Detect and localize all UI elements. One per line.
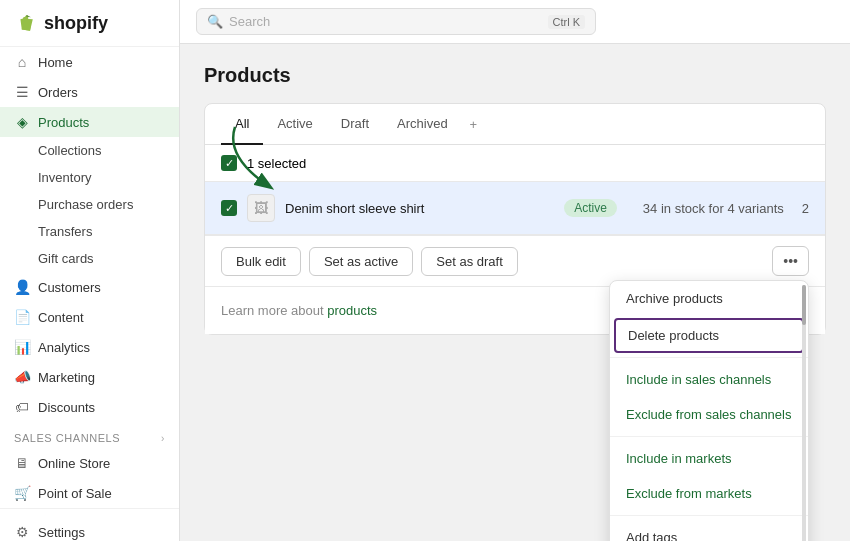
dropdown-divider-1	[610, 357, 808, 358]
dropdown-item-exclude-channels[interactable]: Exclude from sales channels	[610, 397, 808, 432]
sidebar-item-marketing[interactable]: 📣 Marketing	[0, 362, 179, 392]
dropdown-item-delete[interactable]: Delete products	[614, 318, 804, 353]
bulk-edit-button[interactable]: Bulk edit	[221, 247, 301, 276]
dropdown-item-archive[interactable]: Archive products	[610, 281, 808, 316]
dropdown-scroll-thumb	[802, 285, 806, 325]
sidebar-item-inventory[interactable]: Inventory	[0, 164, 179, 191]
dropdown-item-include-markets[interactable]: Include in markets	[610, 441, 808, 476]
product-image-icon: 🖼	[254, 200, 268, 216]
sidebar-logo: shopify	[0, 0, 179, 47]
sidebar-item-customers[interactable]: 👤 Customers	[0, 272, 179, 302]
sidebar-item-home-label: Home	[38, 55, 73, 70]
dropdown-scrollbar[interactable]	[802, 285, 806, 541]
sidebar-item-collections-label: Collections	[38, 143, 102, 158]
dropdown-divider-2	[610, 436, 808, 437]
action-toolbar: Bulk edit Set as active Set as draft •••…	[205, 235, 825, 286]
content-icon: 📄	[14, 309, 30, 325]
product-checkbox[interactable]: ✓	[221, 200, 237, 216]
sidebar-item-purchase-orders-label: Purchase orders	[38, 197, 133, 212]
sidebar: shopify ⌂ Home ☰ Orders ◈ Products Colle…	[0, 0, 180, 541]
tabs-bar: All Active Draft Archived +	[205, 104, 825, 145]
dropdown-menu: Archive products Delete products Include…	[609, 280, 809, 541]
sidebar-item-analytics[interactable]: 📊 Analytics	[0, 332, 179, 362]
more-actions-button[interactable]: •••	[772, 246, 809, 276]
sidebar-item-discounts[interactable]: 🏷 Discounts	[0, 392, 179, 422]
analytics-icon: 📊	[14, 339, 30, 355]
sidebar-item-point-of-sale[interactable]: 🛒 Point of Sale	[0, 478, 179, 508]
online-store-icon: 🖥	[14, 455, 30, 471]
search-placeholder: Search	[229, 14, 270, 29]
more-actions-wrapper: ••• Archive products Delete products Inc…	[772, 246, 809, 276]
pos-icon: 🛒	[14, 485, 30, 501]
set-as-draft-button[interactable]: Set as draft	[421, 247, 517, 276]
discounts-icon: 🏷	[14, 399, 30, 415]
sidebar-item-products-label: Products	[38, 115, 89, 130]
product-stock-info: 34 in stock for 4 variants	[643, 201, 784, 216]
home-icon: ⌂	[14, 54, 30, 70]
dropdown-item-exclude-markets[interactable]: Exclude from markets	[610, 476, 808, 511]
sidebar-item-orders[interactable]: ☰ Orders	[0, 77, 179, 107]
tab-archived[interactable]: Archived	[383, 104, 462, 145]
sidebar-item-discounts-label: Discounts	[38, 400, 95, 415]
dropdown-item-add-tags[interactable]: Add tags	[610, 520, 808, 541]
set-as-active-button[interactable]: Set as active	[309, 247, 413, 276]
shopify-logo-icon	[14, 12, 36, 34]
tab-all[interactable]: All	[221, 104, 263, 145]
sidebar-item-online-store[interactable]: 🖥 Online Store	[0, 448, 179, 478]
sales-channels-chevron-icon: ›	[161, 433, 165, 444]
sidebar-item-inventory-label: Inventory	[38, 170, 91, 185]
sidebar-item-transfers[interactable]: Transfers	[0, 218, 179, 245]
sidebar-item-analytics-label: Analytics	[38, 340, 90, 355]
sidebar-item-online-store-label: Online Store	[38, 456, 110, 471]
sidebar-item-customers-label: Customers	[38, 280, 101, 295]
sidebar-item-content-label: Content	[38, 310, 84, 325]
product-row: ✓ 🖼 Denim short sleeve shirt Active 34 i…	[205, 182, 825, 235]
sales-channels-section: Sales channels ›	[0, 422, 179, 448]
dropdown-divider-3	[610, 515, 808, 516]
sidebar-item-transfers-label: Transfers	[38, 224, 92, 239]
content-area: Products All Active Draft Archived +	[180, 44, 850, 541]
product-status-badge: Active	[564, 199, 617, 217]
sidebar-item-content[interactable]: 📄 Content	[0, 302, 179, 332]
search-box[interactable]: 🔍 Search Ctrl K	[196, 8, 596, 35]
sidebar-item-products[interactable]: ◈ Products	[0, 107, 179, 137]
sidebar-item-marketing-label: Marketing	[38, 370, 95, 385]
tab-add-button[interactable]: +	[462, 105, 486, 144]
main-content: 🔍 Search Ctrl K Products All Active Draf…	[180, 0, 850, 541]
sidebar-item-settings-label: Settings	[38, 525, 85, 540]
sidebar-item-orders-label: Orders	[38, 85, 78, 100]
sidebar-item-pos-label: Point of Sale	[38, 486, 112, 501]
sidebar-item-settings[interactable]: ⚙ Settings	[0, 517, 179, 541]
sidebar-item-gift-cards-label: Gift cards	[38, 251, 94, 266]
tab-active[interactable]: Active	[263, 104, 326, 145]
products-card: All Active Draft Archived + ✓ 1 selected	[204, 103, 826, 335]
customers-icon: 👤	[14, 279, 30, 295]
learn-more-text: Learn more about	[221, 303, 324, 318]
products-icon: ◈	[14, 114, 30, 130]
learn-more-link[interactable]: products	[327, 303, 377, 318]
marketing-icon: 📣	[14, 369, 30, 385]
selected-count: 1 selected	[247, 156, 306, 171]
sidebar-item-purchase-orders[interactable]: Purchase orders	[0, 191, 179, 218]
product-row-num: 2	[802, 201, 809, 216]
selected-bar: ✓ 1 selected	[205, 145, 825, 182]
tab-draft[interactable]: Draft	[327, 104, 383, 145]
dropdown-item-include-channels[interactable]: Include in sales channels	[610, 362, 808, 397]
search-shortcut: Ctrl K	[548, 15, 586, 29]
page-title: Products	[204, 64, 826, 87]
product-name[interactable]: Denim short sleeve shirt	[285, 201, 554, 216]
sidebar-item-collections[interactable]: Collections	[0, 137, 179, 164]
sidebar-bottom: ⚙ Settings	[0, 508, 179, 541]
settings-icon: ⚙	[14, 524, 30, 540]
select-all-checkbox[interactable]: ✓	[221, 155, 237, 171]
product-thumbnail: 🖼	[247, 194, 275, 222]
sidebar-item-gift-cards[interactable]: Gift cards	[0, 245, 179, 272]
sidebar-item-home[interactable]: ⌂ Home	[0, 47, 179, 77]
search-icon: 🔍	[207, 14, 223, 29]
app-name: shopify	[44, 13, 108, 34]
topbar: 🔍 Search Ctrl K	[180, 0, 850, 44]
orders-icon: ☰	[14, 84, 30, 100]
